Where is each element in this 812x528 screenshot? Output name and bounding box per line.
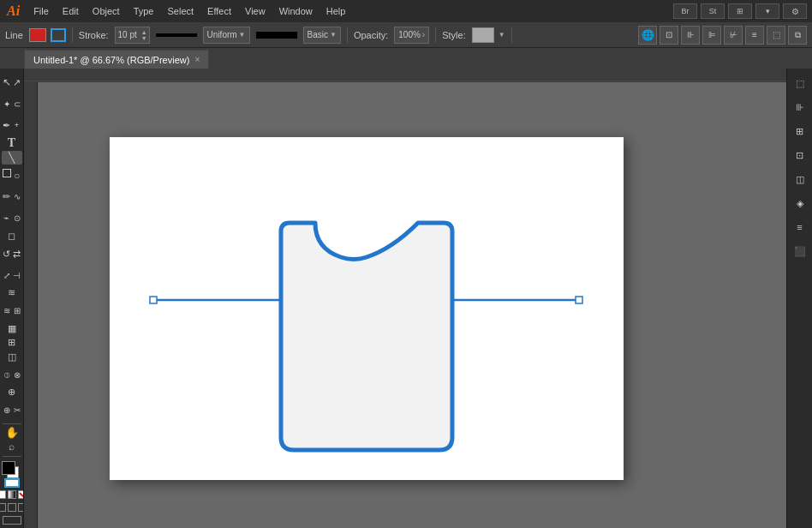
draw-behind-btn[interactable] <box>8 503 16 512</box>
draw-normal-btn[interactable] <box>0 503 6 512</box>
width-tool-btn[interactable]: ≋ <box>2 286 22 300</box>
stroke-line-preview <box>156 33 197 37</box>
pathfinder-panel-btn[interactable]: ⊞ <box>789 120 811 142</box>
align-panel-btn[interactable]: ⊪ <box>789 96 811 118</box>
live-paint-select-btn[interactable]: ✂ <box>12 400 22 421</box>
shirt-shape[interactable] <box>281 223 452 450</box>
reshape-tool-btn[interactable]: ⊞ <box>12 301 22 321</box>
menu-window[interactable]: Window <box>272 3 319 19</box>
stroke-panel-btn[interactable]: ⊡ <box>789 144 811 166</box>
menu-file[interactable]: File <box>27 3 56 19</box>
artboards-panel-btn[interactable]: ⬛ <box>789 240 811 262</box>
bridge-icon[interactable]: Br <box>673 3 697 19</box>
stroke-up-arrow[interactable]: ▲ <box>141 29 147 35</box>
pencil-tool-btn[interactable]: ✏ <box>2 187 12 207</box>
select-tool-btn[interactable]: ↖ <box>2 72 12 93</box>
smooth-tool-btn[interactable]: ∿ <box>12 187 22 207</box>
arrow-drop-icon[interactable]: ▾ <box>755 3 779 19</box>
kuler-icon[interactable]: ⚙ <box>783 3 807 19</box>
menubar: File Edit Object Type Select Effect View… <box>27 3 673 19</box>
basic-chevron: ▼ <box>330 31 337 39</box>
anchor-left[interactable] <box>150 297 157 303</box>
appearance-panel-btn[interactable]: ◈ <box>789 192 811 214</box>
hand-tool-btn[interactable]: ✋ <box>2 426 22 440</box>
grid-icon[interactable]: ⊞ <box>728 3 752 19</box>
align-center-icon[interactable]: ⊫ <box>702 26 721 45</box>
draw-inside-btn[interactable] <box>18 503 25 512</box>
scale-tools: ⤢ ⊣ <box>2 265 22 285</box>
tab-close-button[interactable]: × <box>194 55 200 64</box>
live-paint-bucket-btn[interactable]: ⊕ <box>2 400 12 421</box>
uniform-label: Uniform <box>207 30 237 39</box>
fill-swatch-fg[interactable] <box>2 461 15 475</box>
distribute-icon[interactable]: ≡ <box>745 26 764 45</box>
screen-mode-btn[interactable] <box>3 516 21 525</box>
none-mode-icon[interactable] <box>18 490 25 499</box>
lasso-tool-btn[interactable]: ⊂ <box>12 93 22 114</box>
magic-wand-tool-btn[interactable]: ✦ <box>2 93 12 114</box>
rect-tool-btn[interactable] <box>3 169 11 177</box>
align-right-icon[interactable]: ⊬ <box>724 26 743 45</box>
transform-icon[interactable]: ⬚ <box>767 26 785 45</box>
app-switcher: Br St ⊞ ▾ ⚙ <box>673 3 807 19</box>
stroke-label: Stroke: <box>79 30 109 40</box>
layers-panel-btn[interactable]: ≡ <box>789 216 811 238</box>
magic-lasso-tools: ✦ ⊂ <box>2 93 22 114</box>
text-tool-btn[interactable]: T <box>2 136 22 150</box>
direct-select-tool-btn[interactable]: ↗ <box>12 72 22 93</box>
rotate-tool-btn[interactable]: ↺ <box>2 243 12 264</box>
menu-edit[interactable]: Edit <box>56 3 86 19</box>
opacity-value: 100% <box>398 30 421 39</box>
separator-3 <box>435 27 436 43</box>
pen-tool-btn[interactable]: ✒ <box>2 115 12 135</box>
active-stroke-swatch[interactable] <box>4 478 20 489</box>
menu-effect[interactable]: Effect <box>200 3 238 19</box>
measure-tool-btn[interactable]: ⊗ <box>12 364 22 385</box>
line-tool-btn[interactable]: ╲ <box>2 151 22 165</box>
shear-tool-btn[interactable]: ⊣ <box>12 265 22 285</box>
menu-help[interactable]: Help <box>319 3 353 19</box>
pen-tools: ✒ + <box>2 115 22 135</box>
ellipse-tool-btn[interactable]: ○ <box>12 165 22 186</box>
rotate-tools: ↺ ⇄ <box>2 243 22 264</box>
menu-view[interactable]: View <box>238 3 272 19</box>
uniform-dropdown[interactable]: Uniform ▼ <box>203 27 250 44</box>
color-mode-icon[interactable] <box>0 490 6 499</box>
mesh-tool-btn[interactable]: ⊞ <box>2 336 22 350</box>
stroke-input[interactable] <box>116 30 140 39</box>
gradient-tool-btn[interactable]: ◫ <box>2 351 22 364</box>
world-icon[interactable]: 🌐 <box>638 26 657 45</box>
align-left-icon[interactable]: ⊪ <box>681 26 700 45</box>
document-tab[interactable]: Untitled-1* @ 66.67% (RGB/Preview) × <box>24 50 209 69</box>
variable-width-profile[interactable] <box>51 28 66 42</box>
warp-tool-btn[interactable]: ≋ <box>2 301 12 321</box>
menu-object[interactable]: Object <box>86 3 127 19</box>
menu-type[interactable]: Type <box>127 3 161 19</box>
reflect-tool-btn[interactable]: ⇄ <box>12 243 22 264</box>
menu-select[interactable]: Select <box>160 3 200 19</box>
zoom-tool-btn[interactable]: ⌕ <box>2 441 22 454</box>
arrange-icon[interactable]: ⧉ <box>788 26 807 45</box>
stroke-color-swatch[interactable] <box>29 28 46 42</box>
gradient-panel-btn[interactable]: ◫ <box>789 168 811 190</box>
blob-brush-tool-btn[interactable]: ⊙ <box>12 208 22 229</box>
stock-icon[interactable]: St <box>701 3 725 19</box>
basic-dropdown[interactable]: Basic ▼ <box>303 27 341 44</box>
anchor-right[interactable] <box>576 297 582 303</box>
eraser-tool-btn[interactable]: ◻ <box>2 230 22 243</box>
brush-tool-btn[interactable]: ⌁ <box>2 208 12 229</box>
add-anchor-tool-btn[interactable]: + <box>12 115 22 135</box>
artboard-icon[interactable]: ⊡ <box>660 26 678 45</box>
opacity-control[interactable]: 100% › <box>394 27 429 44</box>
gradient-mode-icon[interactable] <box>8 490 16 499</box>
opacity-label: Opacity: <box>354 30 388 40</box>
scale-tool-btn[interactable]: ⤢ <box>2 265 12 285</box>
column-graph-tool-btn[interactable]: ▦ <box>2 322 22 336</box>
eyedropper-tool-btn[interactable]: ⦶ <box>2 364 12 385</box>
stroke-value-control[interactable]: ▲ ▼ <box>115 27 150 44</box>
brush-tools: ⌁ ⊙ <box>2 208 22 229</box>
blend-tool-btn[interactable]: ⊕ <box>2 386 22 399</box>
transform-panel-btn[interactable]: ⬚ <box>789 72 811 94</box>
style-swatch[interactable] <box>472 27 494 43</box>
stroke-down-arrow[interactable]: ▼ <box>141 35 147 41</box>
